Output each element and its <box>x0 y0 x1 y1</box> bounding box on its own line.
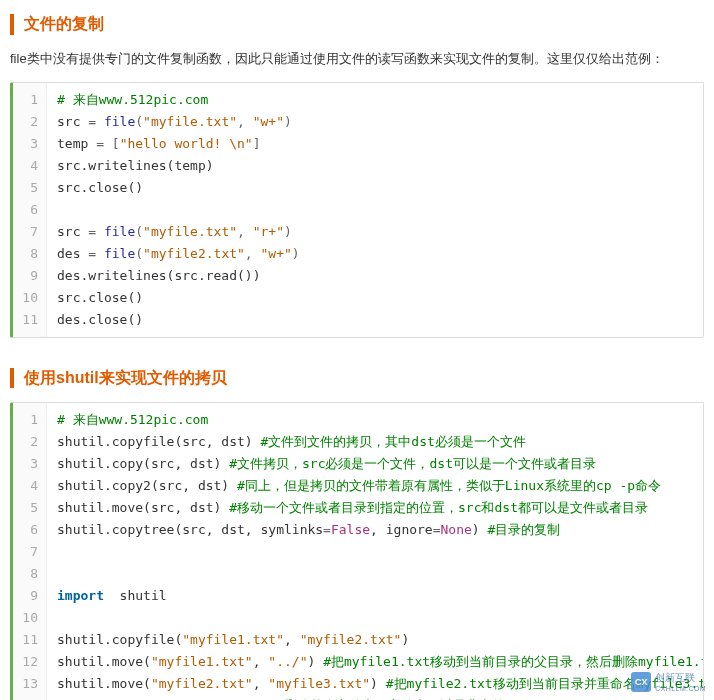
line-number: 9 <box>13 585 46 607</box>
token-comment: #同上，但是拷贝的文件带着原有属性，类似于Linux系统里的cp -p命令 <box>237 478 661 493</box>
token-ident: des.writelines(src.read()) <box>57 268 261 283</box>
line-number: 5 <box>13 497 46 519</box>
line-number: 9 <box>13 265 46 287</box>
token-ident: shutil.copyfile( <box>57 632 182 647</box>
code-line: shutil.move(src, dst) #移动一个文件或者目录到指定的位置，… <box>57 497 693 519</box>
section-heading-shutil: 使用shutil来实现文件的拷贝 <box>10 368 704 389</box>
code-area[interactable]: # 来自www.512pic.comsrc = file("myfile.txt… <box>47 83 703 337</box>
token-ident: ) <box>401 632 409 647</box>
token-ident: shutil <box>104 588 167 603</box>
code-line <box>57 541 693 563</box>
token-op: ( <box>135 114 143 129</box>
line-number: 6 <box>13 199 46 221</box>
line-number: 8 <box>13 243 46 265</box>
code-line: des.close() <box>57 309 693 331</box>
token-ident: shutil.copy(src, dst) <box>57 456 229 471</box>
token-ident: des <box>57 246 88 261</box>
token-ident: , <box>284 632 300 647</box>
token-op: = <box>323 522 331 537</box>
line-number: 11 <box>13 309 46 331</box>
code-line: shutil.rmtree('c:\\test') #删除整个文件夹（文件夹可以… <box>57 695 693 700</box>
token-comment: #把myfile1.txt移动到当前目录的父目录，然后删除myfile1.txt <box>323 654 703 669</box>
token-comment: #目录的复制 <box>488 522 561 537</box>
line-number: 1 <box>13 409 46 431</box>
token-const: False <box>331 522 370 537</box>
line-number: 3 <box>13 133 46 155</box>
token-string: "myfile2.txt" <box>300 632 402 647</box>
code-line: temp = ["hello world! \n"] <box>57 133 693 155</box>
code-line: shutil.copytree(src, dst, symlinks=False… <box>57 519 693 541</box>
line-number: 4 <box>13 155 46 177</box>
code-line <box>57 563 693 585</box>
intro-paragraph: file类中没有提供专门的文件复制函数，因此只能通过使用文件的读写函数来实现文件… <box>10 49 704 70</box>
code-line: shutil.move("myfile2.txt", "myfile3.txt"… <box>57 673 693 695</box>
line-number: 13 <box>13 673 46 695</box>
token-ident: shutil.copy2(src, dst) <box>57 478 237 493</box>
line-number: 6 <box>13 519 46 541</box>
token-ident: ) <box>307 654 323 669</box>
code-line: # 来自www.512pic.com <box>57 89 693 111</box>
code-line: des = file("myfile2.txt", "w+") <box>57 243 693 265</box>
token-ident: src.writelines(temp) <box>57 158 214 173</box>
token-op: , <box>245 246 261 261</box>
code-block-2: 1234567891011121314 # 来自www.512pic.comsh… <box>10 402 704 700</box>
token-ident: ) <box>370 676 386 691</box>
token-op: = <box>88 224 104 239</box>
token-op: ( <box>135 224 143 239</box>
token-ident: ) <box>472 522 488 537</box>
code-area[interactable]: # 来自www.512pic.comshutil.copyfile(src, d… <box>47 403 703 700</box>
code-line <box>57 607 693 629</box>
token-op: ) <box>292 246 300 261</box>
code-line: # 来自www.512pic.com <box>57 409 693 431</box>
token-string: "r+" <box>253 224 284 239</box>
token-comment: # 来自www.512pic.com <box>57 92 208 107</box>
token-ident: temp <box>57 136 96 151</box>
token-ident: , <box>253 654 269 669</box>
code-line: shutil.move("myfile1.txt", "../") #把myfi… <box>57 651 693 673</box>
token-op: = [ <box>96 136 119 151</box>
token-comment: # 来自www.512pic.com <box>57 412 208 427</box>
token-string: "myfile1.txt" <box>151 654 253 669</box>
token-op: ] <box>253 136 261 151</box>
code-line: import shutil <box>57 585 693 607</box>
token-ident: shutil.copyfile(src, dst) <box>57 434 261 449</box>
line-number: 11 <box>13 629 46 651</box>
code-line <box>57 199 693 221</box>
token-ident: src <box>57 114 88 129</box>
token-builtin: file <box>104 224 135 239</box>
token-op: ( <box>135 246 143 261</box>
token-builtin: file <box>104 114 135 129</box>
token-ident: , ignore <box>370 522 433 537</box>
token-ident: shutil.move( <box>57 654 151 669</box>
line-number: 7 <box>13 221 46 243</box>
token-string: "w+" <box>261 246 292 261</box>
line-number: 2 <box>13 431 46 453</box>
token-string: "myfile2.txt" <box>143 246 245 261</box>
line-number-gutter: 1234567891011121314 <box>13 403 47 700</box>
code-line: shutil.copy2(src, dst) #同上，但是拷贝的文件带着原有属性… <box>57 475 693 497</box>
line-number: 10 <box>13 287 46 309</box>
line-number: 10 <box>13 607 46 629</box>
token-ident: shutil.move( <box>57 676 151 691</box>
token-op: = <box>88 246 104 261</box>
token-op: ) <box>284 224 292 239</box>
token-string: "../" <box>268 654 307 669</box>
code-line: shutil.copyfile(src, dst) #文件到文件的拷贝，其中ds… <box>57 431 693 453</box>
token-op: , <box>237 114 253 129</box>
token-ident: shutil.move(src, dst) <box>57 500 229 515</box>
section-heading-file-copy: 文件的复制 <box>10 14 704 35</box>
code-line: src = file("myfile.txt", "w+") <box>57 111 693 133</box>
line-number: 12 <box>13 651 46 673</box>
line-number: 5 <box>13 177 46 199</box>
token-op: = <box>88 114 104 129</box>
code-line: shutil.copyfile("myfile1.txt", "myfile2.… <box>57 629 693 651</box>
token-op: ) <box>284 114 292 129</box>
token-string: "hello world! \n" <box>120 136 253 151</box>
line-number-gutter: 1234567891011 <box>13 83 47 337</box>
token-string: "myfile2.txt" <box>151 676 253 691</box>
code-line: shutil.copy(src, dst) #文件拷贝，src必须是一个文件，d… <box>57 453 693 475</box>
code-line: src.close() <box>57 177 693 199</box>
token-comment: #移动一个文件或者目录到指定的位置，src和dst都可以是文件或者目录 <box>229 500 648 515</box>
line-number: 4 <box>13 475 46 497</box>
token-string: "myfile.txt" <box>143 224 237 239</box>
